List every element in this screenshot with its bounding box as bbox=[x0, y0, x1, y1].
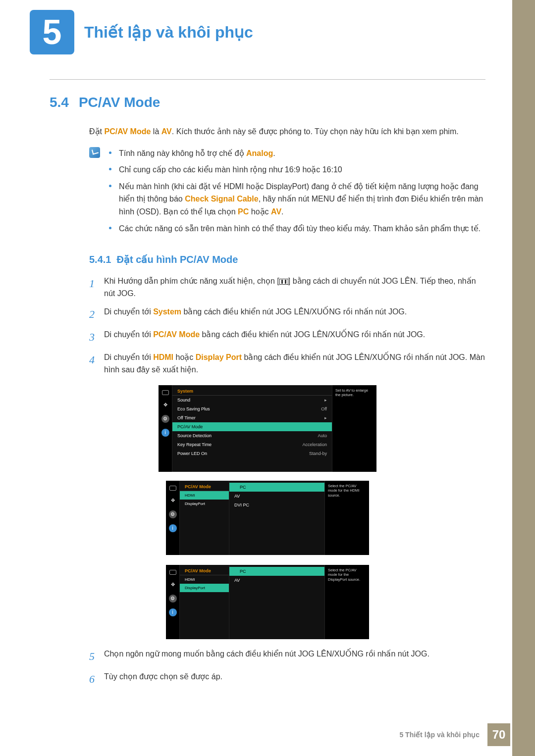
section-title: PC/AV Mode bbox=[79, 95, 160, 110]
osd-row: HDMI bbox=[180, 575, 229, 584]
osd-row: PC/AV Mode bbox=[172, 422, 332, 431]
osd-screenshots-sub: ✥ ⚙ i PC/AV ModeHDMIDisplayPort ✓PCAVDVI… bbox=[89, 481, 446, 639]
osd-row: ✓PC bbox=[229, 567, 324, 576]
osd-row: AV bbox=[229, 492, 324, 501]
osd-row: AV bbox=[229, 576, 324, 585]
page-content: 5.4PC/AV Mode Đặt PC/AV Mode là AV. Kích… bbox=[0, 54, 535, 688]
monitor-icon bbox=[169, 486, 176, 491]
page-header: 5 Thiết lập và khôi phục bbox=[0, 0, 535, 54]
check-icon: ✓ bbox=[234, 485, 238, 490]
chapter-title: Thiết lập và khôi phục bbox=[84, 23, 253, 42]
osd-row: Eco Saving PlusOff bbox=[172, 404, 332, 413]
arrows-icon: ✥ bbox=[169, 497, 177, 504]
osd-sidebar: ✥ ⚙ i bbox=[166, 565, 180, 639]
subsection-heading: 5.4.1 Đặt cấu hình PC/AV Mode bbox=[89, 253, 485, 265]
step-3: 3 Di chuyển tới PC/AV Mode bằng cách điề… bbox=[89, 329, 485, 346]
step-2: 2 Di chuyển tới System bằng cách điều kh… bbox=[89, 306, 485, 323]
section-heading: 5.4PC/AV Mode bbox=[50, 95, 485, 110]
osd-row: Source DetectionAuto bbox=[172, 431, 332, 440]
subsection-number: 5.4.1 bbox=[89, 254, 111, 265]
osd-menu-list: SystemSound▸Eco Saving PlusOffOff Timer▸… bbox=[172, 385, 332, 472]
osd-row: ✓PC bbox=[229, 483, 324, 492]
osd-hint-text: Set to AV to enlarge the picture. bbox=[332, 385, 376, 472]
step-1: 1 Khi Hướng dẫn phím chức năng xuất hiện… bbox=[89, 275, 485, 300]
osd-menu-title: PC/AV Mode bbox=[180, 483, 229, 491]
osd-screenshot-main: ✥ ⚙ i SystemSound▸Eco Saving PlusOffOff … bbox=[89, 385, 446, 472]
chapter-number-badge: 5 bbox=[30, 10, 74, 54]
note-item: Tính năng này không hỗ trợ chế độ Analog… bbox=[109, 147, 485, 160]
osd-sidebar: ✥ ⚙ i bbox=[166, 481, 180, 555]
osd-row: Off Timer▸ bbox=[172, 413, 332, 422]
page-footer: 5 Thiết lập và khôi phục 70 bbox=[0, 723, 510, 746]
osd-sidebar: ✥ ⚙ i bbox=[159, 385, 172, 472]
osd-menu-title: PC/AV Mode bbox=[180, 567, 229, 575]
osd-menu-title: System bbox=[172, 387, 332, 396]
note-icon bbox=[89, 147, 100, 158]
notes-block: Tính năng này không hỗ trợ chế độ Analog… bbox=[89, 147, 485, 239]
osd-row: DVI PC bbox=[229, 501, 324, 509]
note-item: Chỉ cung cấp cho các kiểu màn hình rộng … bbox=[109, 163, 485, 176]
osd-mode-list: ✓PCAV bbox=[229, 565, 324, 639]
page-number-badge: 70 bbox=[487, 723, 510, 746]
info-icon: i bbox=[161, 429, 169, 437]
footer-chapter-label: 5 Thiết lập và khôi phục bbox=[399, 731, 480, 739]
osd-source-list: PC/AV ModeHDMIDisplayPort bbox=[180, 481, 229, 555]
arrows-icon: ✥ bbox=[169, 581, 177, 589]
section-number: 5.4 bbox=[50, 95, 69, 110]
osd-hint-text: Select the PC/AV mode for the HDMI sourc… bbox=[324, 481, 369, 555]
step-6: 6 Tùy chọn được chọn sẽ được áp. bbox=[89, 671, 485, 688]
intro-paragraph: Đặt PC/AV Mode là AV. Kích thước ảnh này… bbox=[89, 125, 485, 138]
check-icon: ✓ bbox=[234, 569, 238, 574]
note-item: Các chức năng có sẵn trên màn hình có th… bbox=[109, 222, 485, 235]
osd-row: HDMI bbox=[180, 491, 229, 500]
info-icon: i bbox=[169, 608, 177, 616]
rule-top bbox=[50, 79, 485, 80]
menu-icon bbox=[279, 279, 288, 285]
osd-source-list: PC/AV ModeHDMIDisplayPort bbox=[180, 565, 229, 639]
sidebar-stripe bbox=[512, 0, 535, 756]
osd-hint-text: Select the PC/AV mode for the DisplayPor… bbox=[324, 565, 369, 639]
gear-icon: ⚙ bbox=[161, 415, 169, 423]
monitor-icon bbox=[169, 570, 176, 575]
osd-row: Key Repeat TimeAcceleration bbox=[172, 440, 332, 449]
osd-mode-list: ✓PCAVDVI PC bbox=[229, 481, 324, 555]
gear-icon: ⚙ bbox=[169, 510, 177, 518]
osd-pcav-displayport: ✥ ⚙ i PC/AV ModeHDMIDisplayPort ✓PCAV Se… bbox=[166, 565, 369, 639]
osd-row: Power LED OnStand-by bbox=[172, 449, 332, 458]
monitor-icon bbox=[162, 390, 169, 395]
gear-icon: ⚙ bbox=[169, 595, 177, 603]
step-4: 4 Di chuyển tới HDMI hoặc Display Port b… bbox=[89, 352, 485, 376]
note-item: Nếu màn hình (khi cài đặt về HDMI hoặc D… bbox=[109, 180, 485, 218]
osd-row: DisplayPort bbox=[180, 584, 229, 592]
osd-pcav-hdmi: ✥ ⚙ i PC/AV ModeHDMIDisplayPort ✓PCAVDVI… bbox=[166, 481, 369, 555]
subsection-title: Đặt cấu hình PC/AV Mode bbox=[117, 254, 238, 265]
notes-list: Tính năng này không hỗ trợ chế độ Analog… bbox=[109, 147, 485, 239]
info-icon: i bbox=[169, 524, 177, 532]
osd-row: Sound▸ bbox=[172, 396, 332, 404]
osd-row: DisplayPort bbox=[180, 500, 229, 508]
step-5: 5 Chọn ngôn ngữ mong muốn bằng cách điều… bbox=[89, 648, 485, 665]
osd-system-menu: ✥ ⚙ i SystemSound▸Eco Saving PlusOffOff … bbox=[159, 385, 376, 472]
arrows-icon: ✥ bbox=[161, 401, 169, 409]
